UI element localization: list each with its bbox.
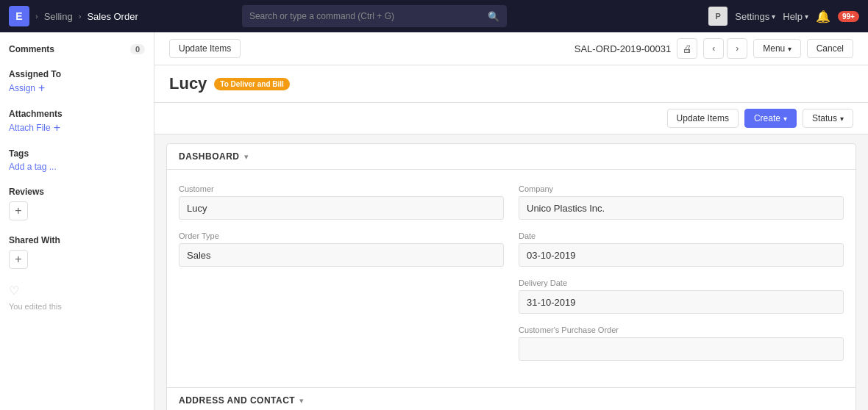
form-row-2: Order Type Sales Date 03-10-2019 [179, 231, 844, 267]
form-row-4: Customer's Purchase Order [179, 326, 844, 361]
comments-count: 0 [130, 44, 145, 54]
status-badge: To Deliver and Bill [214, 78, 290, 90]
order-type-value[interactable]: Sales [179, 243, 504, 267]
update-items-button-2[interactable]: Update Items [667, 109, 739, 128]
cancel-button[interactable]: Cancel [807, 39, 853, 58]
form-row-3: Delivery Date [179, 278, 844, 314]
sidebar-assigned-to: Assigned To Assign + [9, 69, 145, 94]
sidebar-tags: Tags Add a tag ... [9, 148, 145, 172]
record-id: SAL-ORD-2019-00031 [574, 43, 672, 54]
tags-label: Tags [9, 148, 145, 159]
assign-button[interactable]: Assign + [9, 82, 145, 94]
status-button[interactable]: Status ▾ [803, 109, 853, 128]
print-button[interactable]: 🖨 [677, 38, 697, 59]
nav-arrows: ‹ › [703, 38, 747, 59]
main-content: Update Items SAL-ORD-2019-00031 🖨 ‹ › Me… [154, 32, 868, 410]
create-button[interactable]: Create ▾ [744, 109, 797, 128]
customer-field: Customer Lucy [179, 184, 504, 220]
navbar: E › Selling › Sales Order 🔍 P Settings ▾… [0, 0, 868, 32]
edited-label: You edited this [9, 302, 145, 311]
delivery-date-field: Delivery Date [519, 278, 844, 314]
date-field: Date 03-10-2019 [519, 231, 844, 267]
company-field: Company Unico Plastics Inc. [519, 184, 844, 220]
breadcrumb-selling[interactable]: Selling [44, 11, 73, 22]
sidebar: Comments 0 Assigned To Assign + Attachme… [0, 32, 154, 410]
app-icon[interactable]: E [9, 6, 29, 26]
nav-chevron-2: › [79, 12, 82, 21]
customer-value[interactable]: Lucy [179, 196, 504, 220]
order-type-field: Order Type Sales [179, 231, 504, 267]
notification-badge: 99+ [838, 11, 859, 22]
delivery-date-label: Delivery Date [519, 278, 844, 287]
reviews-add-button[interactable]: + [9, 201, 28, 220]
action-bar-right: SAL-ORD-2019-00031 🖨 ‹ › Menu ▾ Cancel [574, 38, 853, 59]
form-row-1: Customer Lucy Company Unico Plastics Inc… [179, 184, 844, 220]
search-bar[interactable]: 🔍 [242, 5, 507, 27]
company-value[interactable]: Unico Plastics Inc. [519, 196, 844, 220]
notification-icon[interactable]: 🔔 [816, 10, 830, 24]
nav-chevron-1: › [35, 12, 38, 21]
settings-button[interactable]: Settings ▾ [735, 11, 775, 22]
page-title-row: Lucy To Deliver and Bill [169, 74, 853, 102]
assigned-to-label: Assigned To [9, 69, 145, 79]
attachments-label: Attachments [9, 109, 145, 119]
shared-with-label: Shared With [9, 235, 145, 245]
purchase-order-input[interactable] [519, 337, 844, 361]
favorite-icon[interactable]: ♡ [9, 284, 145, 298]
empty-field-2 [179, 326, 504, 361]
address-chevron: ▾ [299, 396, 304, 406]
action-bar: Update Items SAL-ORD-2019-00031 🖨 ‹ › Me… [154, 32, 868, 65]
empty-field [179, 278, 504, 314]
order-type-label: Order Type [179, 231, 504, 240]
address-title: ADDRESS AND CONTACT [179, 395, 295, 406]
dashboard-title: DASHBOARD [179, 151, 240, 162]
dashboard-form: Customer Lucy Company Unico Plastics Inc… [167, 170, 855, 387]
purchase-order-field: Customer's Purchase Order [519, 326, 844, 361]
search-input[interactable] [249, 11, 488, 21]
attach-file-button[interactable]: Attach File + [9, 122, 145, 134]
date-label: Date [519, 231, 844, 240]
sidebar-attachments: Attachments Attach File + [9, 109, 145, 134]
content-wrapper: Comments 0 Assigned To Assign + Attachme… [0, 32, 868, 410]
breadcrumb-sales-order: Sales Order [87, 11, 138, 22]
page-title: Lucy [169, 74, 207, 93]
date-value[interactable]: 03-10-2019 [519, 243, 844, 267]
prev-record-button[interactable]: ‹ [703, 38, 724, 59]
delivery-date-input[interactable] [519, 290, 844, 314]
address-section-header[interactable]: ADDRESS AND CONTACT ▾ [167, 387, 855, 410]
shared-with-add-button[interactable]: + [9, 250, 28, 269]
sidebar-shared-with: Shared With + [9, 235, 145, 269]
next-record-button[interactable]: › [727, 38, 747, 59]
add-tag-button[interactable]: Add a tag ... [9, 162, 145, 172]
update-items-button[interactable]: Update Items [169, 39, 241, 58]
comments-label: Comments 0 [9, 44, 145, 54]
reviews-label: Reviews [9, 187, 145, 197]
dashboard-chevron: ▾ [244, 152, 249, 162]
menu-button[interactable]: Menu ▾ [753, 39, 800, 58]
dashboard-section-header[interactable]: DASHBOARD ▾ [167, 144, 855, 170]
user-avatar[interactable]: P [708, 7, 728, 26]
customer-label: Customer [179, 184, 504, 193]
help-button[interactable]: Help ▾ [783, 11, 808, 22]
page-header: Lucy To Deliver and Bill [154, 65, 868, 103]
search-icon: 🔍 [488, 11, 499, 22]
nav-right-actions: P Settings ▾ Help ▾ 🔔 99+ [708, 7, 859, 26]
dashboard-card: DASHBOARD ▾ Customer Lucy Company Unico … [166, 143, 856, 410]
sub-action-bar: Update Items Create ▾ Status ▾ [154, 103, 868, 134]
purchase-order-label: Customer's Purchase Order [519, 326, 844, 334]
sidebar-reviews: Reviews + [9, 187, 145, 220]
sidebar-comments: Comments 0 [9, 44, 145, 54]
company-label: Company [519, 184, 844, 193]
